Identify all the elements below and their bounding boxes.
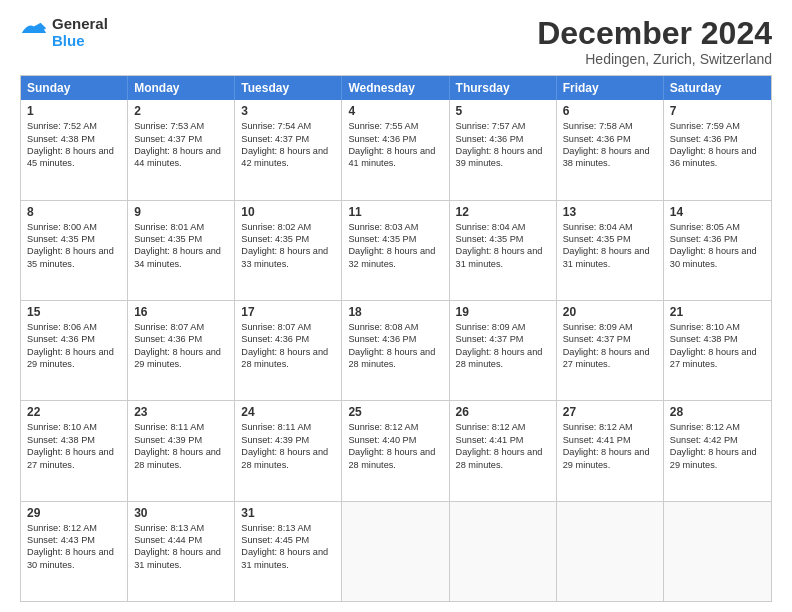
header-tuesday: Tuesday <box>235 76 342 100</box>
cell-w4-d4: 25Sunrise: 8:12 AMSunset: 4:40 PMDayligh… <box>342 401 449 500</box>
cell-w3-d7: 21Sunrise: 8:10 AMSunset: 4:38 PMDayligh… <box>664 301 771 400</box>
cell-info: Sunrise: 8:11 AMSunset: 4:39 PMDaylight:… <box>134 421 228 471</box>
cell-w5-d7 <box>664 502 771 601</box>
day-number: 24 <box>241 405 335 419</box>
cell-w4-d3: 24Sunrise: 8:11 AMSunset: 4:39 PMDayligh… <box>235 401 342 500</box>
header-saturday: Saturday <box>664 76 771 100</box>
day-number: 25 <box>348 405 442 419</box>
header: General Blue December 2024 Hedingen, Zur… <box>20 16 772 67</box>
cell-info: Sunrise: 7:59 AMSunset: 4:36 PMDaylight:… <box>670 120 765 170</box>
cell-w1-d1: 1Sunrise: 7:52 AMSunset: 4:38 PMDaylight… <box>21 100 128 199</box>
cell-w4-d6: 27Sunrise: 8:12 AMSunset: 4:41 PMDayligh… <box>557 401 664 500</box>
cell-info: Sunrise: 8:05 AMSunset: 4:36 PMDaylight:… <box>670 221 765 271</box>
cell-info: Sunrise: 8:06 AMSunset: 4:36 PMDaylight:… <box>27 321 121 371</box>
day-number: 8 <box>27 205 121 219</box>
header-monday: Monday <box>128 76 235 100</box>
day-number: 14 <box>670 205 765 219</box>
cell-w5-d6 <box>557 502 664 601</box>
day-number: 21 <box>670 305 765 319</box>
cell-w2-d5: 12Sunrise: 8:04 AMSunset: 4:35 PMDayligh… <box>450 201 557 300</box>
week-row-2: 8Sunrise: 8:00 AMSunset: 4:35 PMDaylight… <box>21 200 771 300</box>
week-row-3: 15Sunrise: 8:06 AMSunset: 4:36 PMDayligh… <box>21 300 771 400</box>
location-text: Hedingen, Zurich, Switzerland <box>537 51 772 67</box>
cell-info: Sunrise: 7:54 AMSunset: 4:37 PMDaylight:… <box>241 120 335 170</box>
week-row-1: 1Sunrise: 7:52 AMSunset: 4:38 PMDaylight… <box>21 100 771 199</box>
cell-info: Sunrise: 8:12 AMSunset: 4:40 PMDaylight:… <box>348 421 442 471</box>
cell-w3-d6: 20Sunrise: 8:09 AMSunset: 4:37 PMDayligh… <box>557 301 664 400</box>
day-number: 7 <box>670 104 765 118</box>
logo-general-text: General <box>52 16 108 33</box>
header-sunday: Sunday <box>21 76 128 100</box>
logo-icon <box>20 19 48 47</box>
cell-w4-d5: 26Sunrise: 8:12 AMSunset: 4:41 PMDayligh… <box>450 401 557 500</box>
day-number: 12 <box>456 205 550 219</box>
cell-w2-d6: 13Sunrise: 8:04 AMSunset: 4:35 PMDayligh… <box>557 201 664 300</box>
month-title: December 2024 <box>537 16 772 51</box>
cell-info: Sunrise: 8:12 AMSunset: 4:41 PMDaylight:… <box>563 421 657 471</box>
day-number: 27 <box>563 405 657 419</box>
cell-w2-d4: 11Sunrise: 8:03 AMSunset: 4:35 PMDayligh… <box>342 201 449 300</box>
day-number: 2 <box>134 104 228 118</box>
cell-info: Sunrise: 8:09 AMSunset: 4:37 PMDaylight:… <box>456 321 550 371</box>
cell-w2-d3: 10Sunrise: 8:02 AMSunset: 4:35 PMDayligh… <box>235 201 342 300</box>
day-number: 11 <box>348 205 442 219</box>
week-row-4: 22Sunrise: 8:10 AMSunset: 4:38 PMDayligh… <box>21 400 771 500</box>
cell-info: Sunrise: 7:57 AMSunset: 4:36 PMDaylight:… <box>456 120 550 170</box>
calendar-body: 1Sunrise: 7:52 AMSunset: 4:38 PMDaylight… <box>21 100 771 601</box>
cell-w5-d4 <box>342 502 449 601</box>
cell-w1-d5: 5Sunrise: 7:57 AMSunset: 4:36 PMDaylight… <box>450 100 557 199</box>
cell-info: Sunrise: 8:04 AMSunset: 4:35 PMDaylight:… <box>456 221 550 271</box>
calendar-header: Sunday Monday Tuesday Wednesday Thursday… <box>21 76 771 100</box>
day-number: 16 <box>134 305 228 319</box>
cell-info: Sunrise: 8:00 AMSunset: 4:35 PMDaylight:… <box>27 221 121 271</box>
cell-w2-d7: 14Sunrise: 8:05 AMSunset: 4:36 PMDayligh… <box>664 201 771 300</box>
cell-info: Sunrise: 7:55 AMSunset: 4:36 PMDaylight:… <box>348 120 442 170</box>
cell-info: Sunrise: 8:07 AMSunset: 4:36 PMDaylight:… <box>241 321 335 371</box>
calendar: Sunday Monday Tuesday Wednesday Thursday… <box>20 75 772 602</box>
logo: General Blue <box>20 16 108 49</box>
cell-w5-d5 <box>450 502 557 601</box>
logo-blue-text: Blue <box>52 33 108 50</box>
cell-info: Sunrise: 8:04 AMSunset: 4:35 PMDaylight:… <box>563 221 657 271</box>
cell-info: Sunrise: 8:01 AMSunset: 4:35 PMDaylight:… <box>134 221 228 271</box>
cell-info: Sunrise: 8:03 AMSunset: 4:35 PMDaylight:… <box>348 221 442 271</box>
cell-info: Sunrise: 8:13 AMSunset: 4:45 PMDaylight:… <box>241 522 335 572</box>
cell-info: Sunrise: 7:58 AMSunset: 4:36 PMDaylight:… <box>563 120 657 170</box>
day-number: 6 <box>563 104 657 118</box>
cell-info: Sunrise: 7:52 AMSunset: 4:38 PMDaylight:… <box>27 120 121 170</box>
cell-info: Sunrise: 8:09 AMSunset: 4:37 PMDaylight:… <box>563 321 657 371</box>
day-number: 20 <box>563 305 657 319</box>
day-number: 3 <box>241 104 335 118</box>
logo-text: General Blue <box>52 16 108 49</box>
cell-info: Sunrise: 8:07 AMSunset: 4:36 PMDaylight:… <box>134 321 228 371</box>
cell-info: Sunrise: 8:12 AMSunset: 4:43 PMDaylight:… <box>27 522 121 572</box>
cell-info: Sunrise: 8:10 AMSunset: 4:38 PMDaylight:… <box>670 321 765 371</box>
day-number: 5 <box>456 104 550 118</box>
cell-info: Sunrise: 8:08 AMSunset: 4:36 PMDaylight:… <box>348 321 442 371</box>
cell-w1-d3: 3Sunrise: 7:54 AMSunset: 4:37 PMDaylight… <box>235 100 342 199</box>
cell-w1-d7: 7Sunrise: 7:59 AMSunset: 4:36 PMDaylight… <box>664 100 771 199</box>
header-thursday: Thursday <box>450 76 557 100</box>
cell-info: Sunrise: 8:10 AMSunset: 4:38 PMDaylight:… <box>27 421 121 471</box>
cell-w4-d2: 23Sunrise: 8:11 AMSunset: 4:39 PMDayligh… <box>128 401 235 500</box>
day-number: 13 <box>563 205 657 219</box>
cell-info: Sunrise: 7:53 AMSunset: 4:37 PMDaylight:… <box>134 120 228 170</box>
cell-w3-d1: 15Sunrise: 8:06 AMSunset: 4:36 PMDayligh… <box>21 301 128 400</box>
cell-w2-d2: 9Sunrise: 8:01 AMSunset: 4:35 PMDaylight… <box>128 201 235 300</box>
cell-w4-d1: 22Sunrise: 8:10 AMSunset: 4:38 PMDayligh… <box>21 401 128 500</box>
cell-w3-d4: 18Sunrise: 8:08 AMSunset: 4:36 PMDayligh… <box>342 301 449 400</box>
cell-w5-d2: 30Sunrise: 8:13 AMSunset: 4:44 PMDayligh… <box>128 502 235 601</box>
day-number: 18 <box>348 305 442 319</box>
cell-w4-d7: 28Sunrise: 8:12 AMSunset: 4:42 PMDayligh… <box>664 401 771 500</box>
cell-info: Sunrise: 8:11 AMSunset: 4:39 PMDaylight:… <box>241 421 335 471</box>
cell-info: Sunrise: 8:12 AMSunset: 4:41 PMDaylight:… <box>456 421 550 471</box>
cell-info: Sunrise: 8:13 AMSunset: 4:44 PMDaylight:… <box>134 522 228 572</box>
week-row-5: 29Sunrise: 8:12 AMSunset: 4:43 PMDayligh… <box>21 501 771 601</box>
day-number: 23 <box>134 405 228 419</box>
day-number: 31 <box>241 506 335 520</box>
day-number: 30 <box>134 506 228 520</box>
cell-w1-d6: 6Sunrise: 7:58 AMSunset: 4:36 PMDaylight… <box>557 100 664 199</box>
day-number: 17 <box>241 305 335 319</box>
page: General Blue December 2024 Hedingen, Zur… <box>0 0 792 612</box>
day-number: 4 <box>348 104 442 118</box>
